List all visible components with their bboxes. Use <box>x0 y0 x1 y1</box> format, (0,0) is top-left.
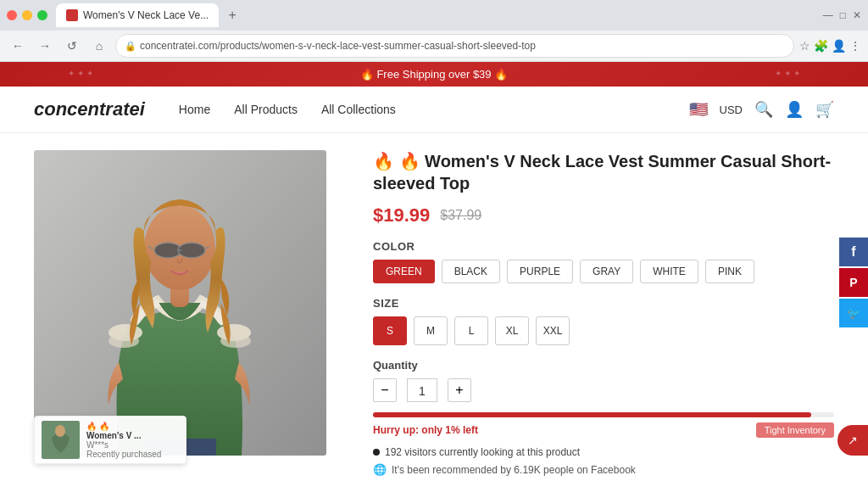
color-gray[interactable]: GRAY <box>580 260 633 283</box>
product-image-svg <box>34 150 326 456</box>
original-price: $37.99 <box>440 208 481 223</box>
purchase-notification: 🔥 🔥 Women's V ... W***s Recently purchas… <box>34 416 186 464</box>
address-bar[interactable]: 🔒 concentratei.com/products/women-s-v-ne… <box>115 34 794 58</box>
promo-banner: 🔥 Free Shipping over $39 🔥 <box>0 62 868 87</box>
bookmark-icon[interactable]: ☆ <box>799 39 810 53</box>
pinterest-share-button[interactable]: P <box>839 268 868 297</box>
product-main-image <box>34 150 326 456</box>
maximize-window-btn[interactable] <box>37 10 47 20</box>
notification-fire: 🔥 🔥 <box>86 422 179 431</box>
svg-point-9 <box>154 243 181 258</box>
twitter-icon: 🐦 <box>847 307 860 320</box>
quantity-row: − 1 + <box>373 378 834 402</box>
url-text: concentratei.com/products/women-s-v-neck… <box>140 40 536 52</box>
close-icon[interactable]: ✕ <box>853 9 861 21</box>
tab-favicon <box>66 9 78 21</box>
nav-all-collections[interactable]: All Collections <box>321 103 396 116</box>
price-row: $19.99 $37.99 <box>373 204 834 227</box>
site-logo[interactable]: concentratei <box>34 98 145 120</box>
restore-icon[interactable]: □ <box>840 9 846 21</box>
product-title: 🔥 🔥 Women's V Neck Lace Vest Summer Casu… <box>373 150 834 194</box>
hurry-row: Hurry up: only 1% left Tight Inventory <box>373 422 834 438</box>
size-s[interactable]: S <box>373 316 407 345</box>
main-content: 🔥 🔥 Women's V ... W***s Recently purchas… <box>0 133 868 481</box>
search-icon[interactable]: 🔍 <box>754 100 773 119</box>
color-purple[interactable]: PURPLE <box>507 260 573 283</box>
color-options: GREEN BLACK PURPLE GRAY WHITE PINK <box>373 260 834 283</box>
svg-point-10 <box>178 243 205 258</box>
svg-point-6 <box>220 334 251 348</box>
fb-text: It's been recommended by 6.19K people on… <box>392 464 636 476</box>
facebook-icon: f <box>851 244 855 260</box>
svg-point-16 <box>55 425 65 437</box>
main-nav: Home All Products All Collections <box>179 103 689 116</box>
sale-price: $19.99 <box>373 204 430 227</box>
size-l[interactable]: L <box>454 316 488 345</box>
twitter-share-button[interactable]: 🐦 <box>839 299 868 327</box>
notification-thumbnail <box>42 421 80 459</box>
currency-selector[interactable]: USD <box>720 103 743 116</box>
window-controls <box>7 10 47 20</box>
size-label: SIZE <box>373 297 834 310</box>
cart-icon[interactable]: 🛒 <box>815 100 834 119</box>
nav-home[interactable]: Home <box>179 103 210 116</box>
svg-point-4 <box>108 334 139 348</box>
lock-icon: 🔒 <box>125 41 136 52</box>
home-button[interactable]: ⌂ <box>88 35 110 57</box>
visitors-text: 192 visitors currently looking at this p… <box>385 446 580 458</box>
social-sidebar: f P 🐦 <box>839 238 868 327</box>
size-m[interactable]: M <box>414 316 448 345</box>
quantity-value: 1 <box>407 378 437 402</box>
color-white[interactable]: WHITE <box>640 260 698 283</box>
active-tab[interactable]: Women's V Neck Lace Ve... <box>56 3 219 27</box>
extensions-icon[interactable]: 🧩 <box>814 39 828 53</box>
new-tab-button[interactable]: + <box>222 5 242 25</box>
header-icons: 🇺🇸 USD 🔍 👤 🛒 <box>689 100 834 119</box>
promo-text: 🔥 Free Shipping over $39 🔥 <box>360 68 508 81</box>
dot-icon <box>373 449 380 456</box>
share-icon: ↗ <box>848 433 858 447</box>
quantity-minus-button[interactable]: − <box>373 378 397 402</box>
size-xl[interactable]: XL <box>495 316 529 345</box>
forward-button[interactable]: → <box>34 35 56 57</box>
inventory-bar <box>373 412 834 417</box>
hurry-suffix: left <box>460 424 478 436</box>
minimize-icon[interactable]: — <box>823 9 833 21</box>
nav-all-products[interactable]: All Products <box>234 103 298 116</box>
pinterest-icon: P <box>849 276 857 289</box>
close-window-btn[interactable] <box>7 10 17 20</box>
tab-title: Women's V Neck Lace Ve... <box>83 9 209 21</box>
browser-top-bar: Women's V Neck Lace Ve... + — □ ✕ <box>0 0 868 31</box>
tight-inventory-badge: Tight Inventory <box>756 422 834 438</box>
facebook-recommendation: 🌐 It's been recommended by 6.19K people … <box>373 463 834 476</box>
product-image-area: 🔥 🔥 Women's V ... W***s Recently purchas… <box>34 150 348 464</box>
inventory-fill <box>373 412 811 417</box>
notification-subtitle: W***s <box>86 440 179 450</box>
back-button[interactable]: ← <box>7 35 29 57</box>
facebook-share-button[interactable]: f <box>839 238 868 266</box>
notification-title: Women's V ... <box>86 431 179 440</box>
color-pink[interactable]: PINK <box>705 260 754 283</box>
hurry-percent: 1% <box>445 424 459 436</box>
user-icon[interactable]: 👤 <box>785 100 804 119</box>
profile-icon[interactable]: 👤 <box>832 39 846 53</box>
inventory-bar-container <box>373 412 834 417</box>
color-black[interactable]: BLACK <box>442 260 500 283</box>
notification-text-area: 🔥 🔥 Women's V ... W***s Recently purchas… <box>86 422 179 459</box>
browser-nav-icons: ☆ 🧩 👤 ⋮ <box>799 39 861 53</box>
share-float-button[interactable]: ↗ <box>837 425 868 456</box>
hurry-text: Hurry up: only 1% left <box>373 424 478 436</box>
product-details: 🔥 🔥 Women's V Neck Lace Vest Summer Casu… <box>373 150 834 464</box>
browser-chrome: Women's V Neck Lace Ve... + — □ ✕ ← → ↺ … <box>0 0 868 62</box>
color-green[interactable]: GREEN <box>373 260 435 283</box>
color-label: COLOR <box>373 240 834 253</box>
browser-nav-bar: ← → ↺ ⌂ 🔒 concentratei.com/products/wome… <box>0 31 868 61</box>
minimize-window-btn[interactable] <box>22 10 32 20</box>
size-options: S M L XL XXL <box>373 316 834 345</box>
size-xxl[interactable]: XXL <box>536 316 570 345</box>
menu-icon[interactable]: ⋮ <box>849 39 861 53</box>
refresh-button[interactable]: ↺ <box>61 35 83 57</box>
site-header: concentratei Home All Products All Colle… <box>0 87 868 133</box>
flag-icon: 🇺🇸 <box>689 100 708 119</box>
quantity-plus-button[interactable]: + <box>448 378 471 402</box>
